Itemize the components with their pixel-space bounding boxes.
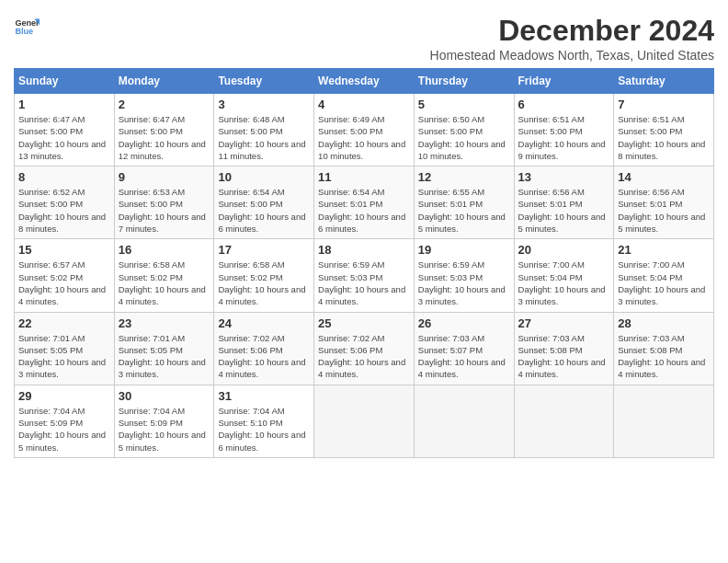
day-info: Sunrise: 6:54 AM Sunset: 5:01 PM Dayligh…	[318, 186, 410, 235]
day-cell: 12Sunrise: 6:55 AM Sunset: 5:01 PM Dayli…	[414, 167, 514, 239]
day-number: 3	[218, 98, 310, 111]
day-number: 27	[518, 316, 610, 330]
day-info: Sunrise: 6:51 AM Sunset: 5:00 PM Dayligh…	[618, 113, 710, 162]
day-number: 21	[618, 243, 710, 257]
day-cell: 31Sunrise: 7:04 AM Sunset: 5:10 PM Dayli…	[214, 385, 314, 457]
day-number: 1	[18, 98, 110, 111]
day-number: 30	[119, 389, 210, 403]
col-header-friday: Friday	[514, 69, 614, 94]
week-row-3: 15Sunrise: 6:57 AM Sunset: 5:02 PM Dayli…	[15, 239, 714, 312]
day-cell: 6Sunrise: 6:51 AM Sunset: 5:00 PM Daylig…	[514, 94, 614, 167]
col-header-tuesday: Tuesday	[214, 69, 314, 94]
day-cell: 21Sunrise: 7:00 AM Sunset: 5:04 PM Dayli…	[614, 239, 714, 312]
day-cell: 9Sunrise: 6:53 AM Sunset: 5:00 PM Daylig…	[114, 167, 214, 239]
day-number: 12	[418, 170, 510, 184]
day-info: Sunrise: 6:56 AM Sunset: 5:01 PM Dayligh…	[618, 186, 710, 235]
day-cell: 23Sunrise: 7:01 AM Sunset: 5:05 PM Dayli…	[114, 312, 214, 385]
day-number: 4	[318, 98, 410, 111]
day-number: 10	[218, 170, 310, 184]
day-cell: 4Sunrise: 6:49 AM Sunset: 5:00 PM Daylig…	[314, 94, 415, 167]
day-number: 13	[518, 170, 610, 184]
day-cell: 27Sunrise: 7:03 AM Sunset: 5:08 PM Dayli…	[514, 312, 614, 385]
day-number: 20	[518, 243, 610, 257]
col-header-sunday: Sunday	[15, 69, 115, 94]
day-number: 8	[18, 170, 110, 184]
day-number: 11	[318, 170, 410, 184]
day-info: Sunrise: 7:03 AM Sunset: 5:07 PM Dayligh…	[418, 332, 510, 381]
day-info: Sunrise: 7:04 AM Sunset: 5:10 PM Dayligh…	[218, 405, 310, 454]
day-cell: 10Sunrise: 6:54 AM Sunset: 5:00 PM Dayli…	[214, 167, 314, 239]
day-info: Sunrise: 6:58 AM Sunset: 5:02 PM Dayligh…	[218, 259, 310, 307]
day-cell	[514, 385, 614, 457]
day-cell: 19Sunrise: 6:59 AM Sunset: 5:03 PM Dayli…	[414, 239, 514, 312]
day-cell	[414, 385, 514, 457]
day-number: 26	[418, 316, 510, 330]
day-cell: 28Sunrise: 7:03 AM Sunset: 5:08 PM Dayli…	[614, 312, 714, 385]
day-number: 22	[18, 316, 110, 330]
month-title: December 2024	[430, 14, 714, 48]
day-cell: 14Sunrise: 6:56 AM Sunset: 5:01 PM Dayli…	[614, 167, 714, 239]
header-row: SundayMondayTuesdayWednesdayThursdayFrid…	[15, 69, 714, 94]
day-number: 18	[318, 243, 410, 257]
day-info: Sunrise: 7:03 AM Sunset: 5:08 PM Dayligh…	[518, 332, 610, 381]
day-info: Sunrise: 6:58 AM Sunset: 5:02 PM Dayligh…	[119, 259, 210, 307]
day-info: Sunrise: 6:47 AM Sunset: 5:00 PM Dayligh…	[119, 113, 210, 162]
day-info: Sunrise: 6:56 AM Sunset: 5:01 PM Dayligh…	[518, 186, 610, 235]
col-header-monday: Monday	[114, 69, 214, 94]
day-info: Sunrise: 6:51 AM Sunset: 5:00 PM Dayligh…	[518, 113, 610, 162]
day-cell: 15Sunrise: 6:57 AM Sunset: 5:02 PM Dayli…	[15, 239, 115, 312]
day-number: 29	[18, 389, 110, 403]
day-info: Sunrise: 6:49 AM Sunset: 5:00 PM Dayligh…	[318, 113, 410, 162]
day-info: Sunrise: 6:57 AM Sunset: 5:02 PM Dayligh…	[18, 259, 110, 307]
day-info: Sunrise: 6:59 AM Sunset: 5:03 PM Dayligh…	[418, 259, 510, 307]
week-row-1: 1Sunrise: 6:47 AM Sunset: 5:00 PM Daylig…	[15, 94, 714, 167]
logo-icon: General Blue	[14, 14, 40, 40]
day-cell: 22Sunrise: 7:01 AM Sunset: 5:05 PM Dayli…	[15, 312, 115, 385]
day-cell: 13Sunrise: 6:56 AM Sunset: 5:01 PM Dayli…	[514, 167, 614, 239]
day-cell	[314, 385, 415, 457]
day-number: 9	[119, 170, 210, 184]
day-cell: 26Sunrise: 7:03 AM Sunset: 5:07 PM Dayli…	[414, 312, 514, 385]
day-cell: 2Sunrise: 6:47 AM Sunset: 5:00 PM Daylig…	[114, 94, 214, 167]
day-info: Sunrise: 7:04 AM Sunset: 5:09 PM Dayligh…	[119, 405, 210, 454]
day-number: 25	[318, 316, 410, 330]
day-number: 24	[218, 316, 310, 330]
day-info: Sunrise: 7:04 AM Sunset: 5:09 PM Dayligh…	[18, 405, 110, 454]
day-number: 7	[618, 98, 710, 111]
day-number: 28	[618, 316, 710, 330]
day-cell	[614, 385, 714, 457]
day-info: Sunrise: 6:48 AM Sunset: 5:00 PM Dayligh…	[218, 113, 310, 162]
location-title: Homestead Meadows North, Texas, United S…	[430, 48, 714, 63]
day-cell: 29Sunrise: 7:04 AM Sunset: 5:09 PM Dayli…	[15, 385, 115, 457]
day-number: 15	[18, 243, 110, 257]
day-number: 31	[218, 389, 310, 403]
col-header-wednesday: Wednesday	[314, 69, 415, 94]
svg-text:Blue: Blue	[15, 27, 33, 36]
header: General Blue December 2024 Homestead Mea…	[14, 14, 714, 63]
logo: General Blue	[14, 14, 40, 40]
day-info: Sunrise: 7:02 AM Sunset: 5:06 PM Dayligh…	[318, 332, 410, 381]
day-cell: 25Sunrise: 7:02 AM Sunset: 5:06 PM Dayli…	[314, 312, 415, 385]
day-cell: 7Sunrise: 6:51 AM Sunset: 5:00 PM Daylig…	[614, 94, 714, 167]
day-number: 17	[218, 243, 310, 257]
title-area: December 2024 Homestead Meadows North, T…	[430, 14, 714, 63]
day-cell: 5Sunrise: 6:50 AM Sunset: 5:00 PM Daylig…	[414, 94, 514, 167]
day-number: 2	[119, 98, 210, 111]
day-cell: 20Sunrise: 7:00 AM Sunset: 5:04 PM Dayli…	[514, 239, 614, 312]
day-number: 19	[418, 243, 510, 257]
day-cell: 18Sunrise: 6:59 AM Sunset: 5:03 PM Dayli…	[314, 239, 415, 312]
week-row-2: 8Sunrise: 6:52 AM Sunset: 5:00 PM Daylig…	[15, 167, 714, 239]
day-info: Sunrise: 7:00 AM Sunset: 5:04 PM Dayligh…	[518, 259, 610, 307]
day-number: 6	[518, 98, 610, 111]
day-cell: 3Sunrise: 6:48 AM Sunset: 5:00 PM Daylig…	[214, 94, 314, 167]
day-info: Sunrise: 7:02 AM Sunset: 5:06 PM Dayligh…	[218, 332, 310, 381]
day-number: 14	[618, 170, 710, 184]
col-header-thursday: Thursday	[414, 69, 514, 94]
day-cell: 1Sunrise: 6:47 AM Sunset: 5:00 PM Daylig…	[15, 94, 115, 167]
day-info: Sunrise: 6:53 AM Sunset: 5:00 PM Dayligh…	[119, 186, 210, 235]
day-cell: 8Sunrise: 6:52 AM Sunset: 5:00 PM Daylig…	[15, 167, 115, 239]
day-info: Sunrise: 6:59 AM Sunset: 5:03 PM Dayligh…	[318, 259, 410, 307]
day-info: Sunrise: 6:55 AM Sunset: 5:01 PM Dayligh…	[418, 186, 510, 235]
day-cell: 30Sunrise: 7:04 AM Sunset: 5:09 PM Dayli…	[114, 385, 214, 457]
day-number: 5	[418, 98, 510, 111]
